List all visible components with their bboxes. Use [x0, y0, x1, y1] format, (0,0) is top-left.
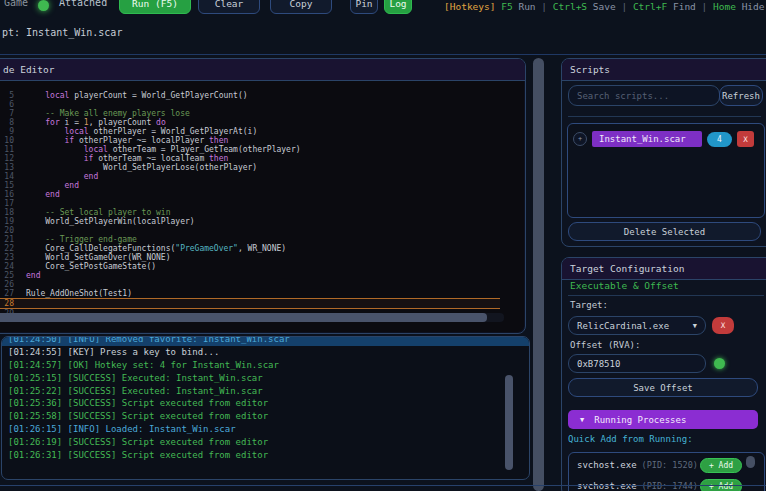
code-line[interactable]: 8 for i = 1, playerCount do [0, 118, 500, 127]
code-text: -- Make all enemy players lose [26, 109, 190, 118]
log-entry[interactable]: [01:24:50] [INFO] Removed favorite: Inst… [2, 336, 529, 346]
code-text: World_SetPlayerWin(localPlayer) [26, 217, 195, 226]
line-number: 19 [0, 217, 14, 226]
code-text: Core_CallDelegateFunctions("PreGameOver"… [26, 244, 286, 253]
line-number: 16 [0, 190, 14, 199]
code-line[interactable]: 12 if otherTeam ~= localTeam then [0, 154, 500, 163]
line-number: 9 [0, 127, 14, 136]
code-editor-panel: de Editor 5 local playerCount = World_Ge… [0, 58, 526, 334]
offset-label: Offset (RVA): [570, 340, 640, 350]
code-line[interactable]: 26 [0, 280, 500, 289]
log-entry[interactable]: [01:25:22] [SUCCESS] Executed: Instant_W… [2, 385, 529, 398]
offset-input[interactable] [568, 354, 706, 373]
code-line[interactable]: 17 [0, 199, 500, 208]
code-line[interactable]: 7 -- Make all enemy players lose [0, 109, 500, 118]
code-line[interactable]: 10 if otherPlayer ~= localPlayer then [0, 136, 500, 145]
code-line[interactable]: 15 end [0, 181, 500, 190]
editor-hscroll-thumb[interactable] [0, 313, 487, 322]
code-editor-title: de Editor [3, 64, 54, 75]
remove-target-button[interactable]: X [712, 317, 734, 334]
save-offset-button[interactable]: Save Offset [568, 378, 758, 397]
code-line[interactable]: 21 -- Trigger end-game [0, 235, 500, 244]
scripts-panel-title: Scripts [570, 64, 610, 75]
code-line[interactable]: 13 World_SetPlayerLose(otherPlayer) [0, 163, 500, 172]
code-text: World_SetGameOver(WR_NONE) [26, 253, 171, 262]
line-number: 6 [0, 100, 14, 109]
code-text: end [26, 181, 79, 190]
log-entry[interactable]: [01:24:57] [OK] Hotkey set: 4 for Instan… [2, 359, 529, 372]
favorite-star-icon[interactable]: + [573, 132, 587, 146]
refresh-button[interactable]: Refresh [719, 85, 763, 106]
code-text: if otherTeam ~= localTeam then [26, 154, 228, 163]
search-scripts-input[interactable] [568, 85, 720, 106]
code-line[interactable]: 14 end [0, 172, 500, 181]
target-select-value: RelicCardinal.exe [577, 321, 669, 331]
log-entry[interactable]: [01:25:58] [SUCCESS] Script executed fro… [2, 410, 529, 423]
bottom-divider [0, 485, 766, 486]
code-line[interactable]: 16 end [0, 190, 500, 199]
code-text: local otherTeam = Player_GetTeam(otherPl… [26, 145, 301, 154]
window-vscroll-thumb[interactable] [533, 58, 544, 491]
code-line[interactable]: 25end [0, 271, 500, 280]
line-number: 11 [0, 145, 14, 154]
script-name[interactable]: Instant_Win.scar [592, 131, 702, 147]
code-text: for i = 1, playerCount do [26, 118, 166, 127]
copy-button[interactable]: Copy [270, 0, 332, 14]
code-line[interactable]: 20 [0, 226, 500, 235]
log-entry[interactable]: [01:25:15] [SUCCESS] Executed: Instant_W… [2, 372, 529, 385]
code-line[interactable]: 18 -- Set local player to win [0, 208, 500, 217]
hotkey-badge[interactable]: 4 [707, 132, 732, 147]
log-vscroll-thumb[interactable] [505, 375, 513, 470]
code-text: Rule_AddOneShot(Test1) [26, 289, 132, 298]
delete-script-button[interactable]: X [737, 131, 754, 147]
process-pid: (PID: 1520) [642, 460, 698, 470]
log-entry[interactable]: [01:24:55] [KEY] Press a key to bind... [2, 346, 529, 359]
code-text: -- Trigger end-game [26, 235, 137, 244]
code-line[interactable]: 6 [0, 100, 500, 109]
hotkeys-bar: [Hotkeys] F5 Run | Ctrl+S Save | Ctrl+F … [444, 1, 766, 12]
run-button[interactable]: Run (F5) [119, 0, 191, 14]
line-number: 18 [0, 208, 14, 217]
code-editor-area[interactable]: 5 local playerCount = World_GetPlayerCou… [0, 81, 524, 332]
code-line[interactable]: 11 local otherTeam = Player_GetTeam(othe… [0, 145, 500, 154]
code-line[interactable]: 27Rule_AddOneShot(Test1) [0, 289, 500, 298]
log-entry[interactable]: [01:26:19] [SUCCESS] Script executed fro… [2, 436, 529, 449]
attached-status-dot [38, 0, 49, 11]
line-number: 24 [0, 262, 14, 271]
code-text: local playerCount = World_GetPlayerCount… [26, 91, 248, 100]
code-text: end [26, 172, 98, 181]
add-process-button[interactable]: + Add [700, 458, 742, 473]
scripts-panel-header: Scripts [562, 59, 766, 81]
running-processes-header[interactable]: ▼ Running Processes [568, 410, 758, 429]
code-line[interactable]: 9 local otherPlayer = World_GetPlayerAt(… [0, 127, 500, 136]
code-line[interactable]: 19 World_SetPlayerWin(localPlayer) [0, 217, 500, 226]
line-number: 25 [0, 271, 14, 280]
line-number: 15 [0, 181, 14, 190]
script-list-item[interactable]: +Instant_Win.scar4X [573, 130, 759, 148]
chevron-down-icon: ▼ [580, 416, 584, 424]
code-line[interactable]: 22 Core_CallDelegateFunctions("PreGameOv… [0, 244, 500, 253]
process-row: svchost.exe(PID: 1744)+ Add [577, 477, 758, 491]
process-pid: (PID: 1744) [642, 481, 698, 491]
log-button[interactable]: Log [384, 0, 412, 14]
line-number: 5 [0, 91, 14, 100]
target-select[interactable]: RelicCardinal.exe ▼ [568, 316, 706, 335]
line-number: 21 [0, 235, 14, 244]
code-line[interactable]: 5 local playerCount = World_GetPlayerCou… [0, 91, 500, 100]
code-line[interactable]: 23 World_SetGameOver(WR_NONE) [0, 253, 500, 262]
process-name: svchost.exe [577, 481, 637, 491]
pin-button[interactable]: Pin [350, 0, 378, 14]
log-entry[interactable]: [01:26:15] [INFO] Loaded: Instant_Win.sc… [2, 423, 529, 436]
delete-selected-button[interactable]: Delete Selected [568, 222, 761, 241]
code-text: -- Set local player to win [26, 208, 171, 217]
section-divider [568, 295, 764, 296]
code-line[interactable]: 24 Core_SetPostGameState() [0, 262, 500, 271]
code-line[interactable]: 28 [0, 298, 500, 309]
attached-status-label: Attached [59, 0, 107, 8]
process-list-scroll-thumb[interactable] [746, 456, 755, 468]
current-script-path: pt: Instant_Win.scar [2, 27, 122, 38]
clear-button[interactable]: Clear [198, 0, 260, 14]
log-entry[interactable]: [01:25:36] [SUCCESS] Script executed fro… [2, 397, 529, 410]
log-entry[interactable]: [01:26:31] [SUCCESS] Script executed fro… [2, 449, 529, 462]
log-output-panel[interactable]: [01:24:50] [INFO] Removed favorite: Inst… [1, 336, 530, 480]
